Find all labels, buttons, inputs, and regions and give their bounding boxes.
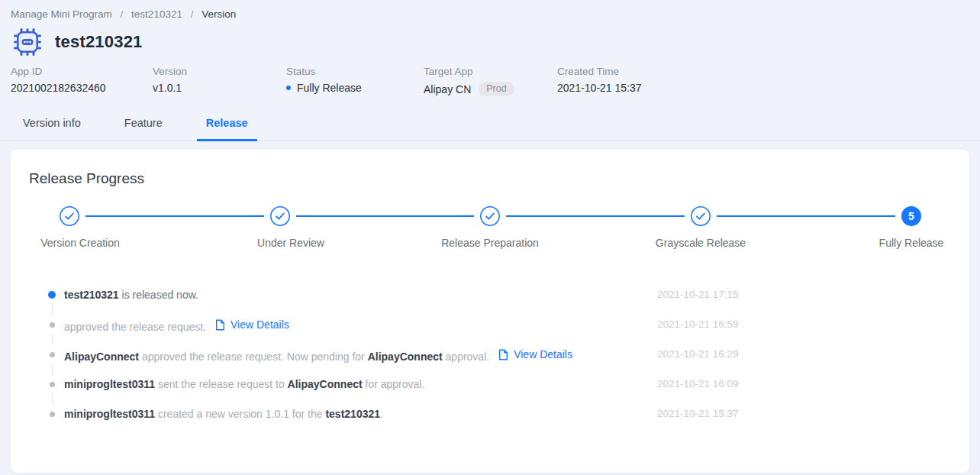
timeline-item-pending-approval: AlipayConnect approved the release reque… [49, 347, 957, 377]
target-app-text: Alipay CN [424, 83, 471, 95]
release-stepper: Version Creation Under Review Release Pr… [11, 192, 969, 261]
timeline-text: test210321 is released now. [64, 289, 198, 301]
field-app-id: App ID 2021002182632460 [11, 66, 106, 94]
tab-version-info[interactable]: Version info [14, 117, 90, 141]
timeline-timestamp: 2021-10-21 15:37 [657, 408, 739, 419]
stepper-line [717, 215, 895, 217]
breadcrumb-separator: / [121, 8, 124, 20]
release-progress-card: Release Progress Version Creation Under … [11, 150, 969, 473]
timeline-dot-icon [50, 352, 55, 357]
timeline-message: created a new version 1.0.1 for the [155, 408, 325, 420]
tab-feature[interactable]: Feature [115, 117, 172, 141]
field-version: Version v1.0.1 [153, 66, 187, 94]
breadcrumb: Manage Mini Program / test210321 / Versi… [0, 0, 980, 20]
timeline-item-sent-request: miniprogltest0311 sent the release reque… [49, 377, 957, 407]
timeline-text: miniprogltest0311 created a new version … [64, 408, 383, 420]
field-value: 2021-10-21 15:37 [557, 82, 642, 94]
field-value: v1.0.1 [153, 82, 187, 94]
app-info-fields: App ID 2021002182632460 Version v1.0.1 S… [0, 66, 980, 101]
stepper-line [85, 215, 264, 217]
view-details-link[interactable]: View Details [498, 347, 572, 362]
timeline-connector [52, 364, 53, 375]
timeline-message: . [380, 408, 383, 420]
step-fully-release-number: 5 [901, 206, 921, 226]
timeline-actor: AlipayConnect [288, 378, 363, 390]
timeline-item-version-created: miniprogltest0311 created a new version … [49, 407, 957, 437]
step-label-release-preparation: Release Preparation [441, 237, 539, 249]
timeline-text: AlipayConnect approved the release reque… [64, 351, 572, 363]
timeline-timestamp: 2021-10-21 16:09 [657, 378, 739, 389]
field-value: 2021002182632460 [11, 82, 106, 94]
stepper-line [506, 215, 685, 217]
timeline-app-name: test210321 [64, 289, 119, 301]
view-details-link[interactable]: View Details [215, 318, 289, 332]
timeline-item-approved: approved the release request.View Detail… [49, 318, 957, 347]
timeline-item-released: test210321 is released now. 2021-10-21 1… [49, 288, 957, 318]
field-created-time: Created Time 2021-10-21 15:37 [557, 66, 642, 94]
timeline-message: approval. [443, 351, 489, 363]
timeline-message: approved the release request. Now pendin… [139, 351, 368, 363]
field-target-app: Target App Alipay CN Prod [424, 66, 514, 96]
step-label-version-creation: Version Creation [40, 237, 120, 249]
timeline-message: sent the release request to [155, 378, 288, 390]
step-label-grayscale-release: Grayscale Release [656, 237, 746, 249]
release-timeline: test210321 is released now. 2021-10-21 1… [49, 288, 957, 437]
timeline-message: approved the release request. [64, 321, 206, 333]
page-title: test210321 [55, 32, 143, 52]
timeline-app-name: test210321 [325, 408, 380, 420]
app-header: test210321 [12, 25, 980, 59]
field-value: Fully Release [286, 82, 362, 94]
step-release-preparation-check-icon [480, 206, 500, 226]
timeline-text: miniprogltest0311 sent the release reque… [64, 378, 424, 390]
field-label: Status [286, 66, 362, 77]
timeline-actor: AlipayConnect [368, 351, 443, 363]
document-icon [215, 319, 225, 331]
breadcrumb-manage-mini-program[interactable]: Manage Mini Program [11, 8, 112, 20]
view-details-label: View Details [230, 318, 289, 332]
timeline-dot-icon [50, 322, 55, 328]
field-label: App ID [11, 66, 106, 77]
timeline-message: is released now. [119, 289, 198, 301]
timeline-text: approved the release request.View Detail… [64, 321, 289, 333]
field-status: Status Fully Release [286, 66, 362, 94]
prod-badge: Prod [479, 82, 514, 96]
breadcrumb-separator: / [191, 8, 194, 20]
timeline-actor: AlipayConnect [64, 351, 139, 363]
timeline-message: for approval. [363, 378, 425, 390]
timeline-dot-icon [48, 291, 56, 299]
timeline-timestamp: 2021-10-21 16:59 [657, 318, 739, 330]
timeline-timestamp: 2021-10-21 16:29 [657, 348, 739, 360]
view-details-label: View Details [514, 347, 572, 362]
status-dot-icon [286, 86, 291, 90]
release-progress-title: Release Progress [29, 170, 144, 187]
timeline-actor: miniprogltest0311 [64, 378, 155, 390]
timeline-dot-icon [50, 382, 55, 387]
timeline-actor: miniprogltest0311 [64, 408, 155, 420]
step-number: 5 [908, 210, 914, 222]
status-text: Fully Release [297, 82, 362, 94]
document-icon [498, 349, 508, 360]
step-under-review-check-icon [270, 206, 290, 226]
tab-release[interactable]: Release [197, 117, 257, 141]
field-value: Alipay CN Prod [424, 82, 514, 96]
field-label: Version [153, 66, 187, 77]
step-label-fully-release: Fully Release [879, 237, 944, 249]
field-label: Created Time [557, 66, 642, 77]
step-grayscale-release-check-icon [691, 206, 711, 226]
step-label-under-review: Under Review [257, 237, 324, 249]
step-version-creation-check-icon [60, 206, 79, 226]
stepper-line [296, 215, 474, 217]
timeline-connector [52, 305, 53, 315]
tab-bar: Version info Feature Release [0, 117, 980, 141]
timeline-dot-icon [50, 412, 55, 417]
mini-program-chip-icon [12, 27, 43, 57]
timeline-timestamp: 2021-10-21 17:15 [657, 289, 739, 300]
field-label: Target App [424, 66, 514, 77]
breadcrumb-app[interactable]: test210321 [131, 8, 182, 20]
breadcrumb-version: Version [201, 8, 236, 20]
timeline-connector [52, 394, 53, 405]
timeline-connector [52, 334, 53, 345]
